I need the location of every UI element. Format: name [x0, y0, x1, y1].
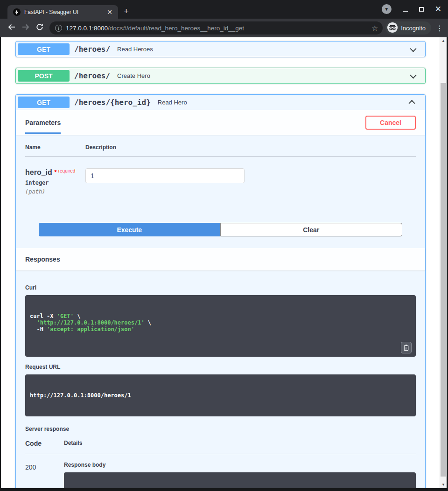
server-response-label: Server response: [25, 426, 416, 432]
op-summary-text: Read Heroes: [117, 46, 153, 53]
tab-parameters[interactable]: Parameters: [25, 119, 61, 126]
curl-code-block: curl -X 'GET' \ 'http://127.0.0.1:8000/h…: [25, 295, 416, 357]
response-body-block: { "name": "Deadpond", "secret_name": "Di…: [64, 472, 416, 488]
scrollbar-thumb[interactable]: [441, 83, 446, 477]
chevron-up-icon[interactable]: [409, 100, 415, 106]
parameter-row: hero_id *required integer (path): [25, 157, 416, 195]
incognito-icon: [387, 22, 398, 34]
opblock-summary[interactable]: GET /heroes/{hero_id} Read Hero: [16, 95, 425, 110]
url-path: /docs#/default/read_hero_heroes__hero_id…: [108, 25, 244, 32]
window-close-button[interactable]: ✕: [435, 5, 441, 13]
site-info-icon[interactable]: i: [55, 25, 62, 32]
required-label: required: [58, 168, 76, 173]
column-header-name: Name: [25, 144, 85, 151]
response-body-label: Response body: [64, 462, 416, 468]
incognito-badge: Incognito: [385, 21, 431, 35]
tab-title: FastAPI - Swagger UI: [24, 9, 101, 15]
request-url-value: http://127.0.0.1:8000/heroes/1: [30, 392, 411, 399]
op-path: /heroes/: [74, 71, 110, 80]
op-path: /heroes/{hero_id}: [74, 98, 151, 107]
hero-id-input[interactable]: [85, 168, 245, 183]
url-text: 127.0.0.1:8000/docs#/default/read_hero_h…: [66, 25, 368, 32]
column-header-details: Details: [64, 440, 82, 447]
address-bar[interactable]: i 127.0.0.1:8000/docs#/default/read_hero…: [49, 21, 383, 35]
tab-close-icon[interactable]: ✕: [105, 9, 114, 15]
scrollbar-down-icon[interactable]: ▼: [440, 483, 447, 487]
op-path: /heroes/: [74, 45, 110, 54]
browser-toolbar: i 127.0.0.1:8000/docs#/default/read_hero…: [0, 19, 448, 37]
copy-to-clipboard-icon[interactable]: [401, 342, 412, 353]
url-host: 127.0.0.1:8000: [66, 25, 108, 32]
incognito-label: Incognito: [401, 25, 426, 32]
curl-command: curl -X 'GET' \ 'http://127.0.0.1:8000/h…: [30, 313, 411, 332]
browser-tabstrip: FastAPI - Swagger UI ✕ + ▼ ✕: [0, 0, 448, 19]
request-url-label: Request URL: [25, 364, 416, 370]
browser-menu-icon[interactable]: ⋮: [436, 24, 443, 33]
op-summary-text: Create Hero: [117, 72, 150, 79]
page-scrollbar[interactable]: ▲ ▼: [440, 37, 447, 488]
fastapi-favicon-icon: [13, 8, 21, 16]
opblock-get-hero-by-id: GET /heroes/{hero_id} Read Hero Paramete…: [15, 94, 426, 488]
maximize-button[interactable]: [419, 7, 424, 12]
responses-inner: Curl curl -X 'GET' \ 'http://127.0.0.1:8…: [16, 284, 425, 488]
parameters-area: Name Description hero_id *required integ…: [16, 135, 425, 236]
page-viewport: GET /heroes/ Read Heroes POST /heroes/ C…: [1, 37, 447, 488]
tab-search-icon[interactable]: ▼: [382, 4, 392, 14]
curl-label: Curl: [25, 284, 416, 291]
method-badge-get: GET: [18, 43, 70, 55]
reload-icon[interactable]: [33, 23, 47, 33]
opblock-post-heroes: POST /heroes/ Create Hero: [15, 68, 426, 84]
new-tab-button[interactable]: +: [124, 7, 129, 15]
method-badge-post: POST: [18, 70, 70, 82]
chevron-down-icon[interactable]: [410, 72, 416, 78]
clear-button[interactable]: Clear: [220, 223, 403, 236]
column-header-description: Description: [85, 144, 116, 151]
opblock-summary[interactable]: GET /heroes/ Read Heroes: [16, 41, 425, 57]
responses-section-header: Responses: [16, 248, 425, 270]
param-name: hero_id: [25, 168, 52, 176]
opblock-summary[interactable]: POST /heroes/ Create Hero: [16, 68, 425, 83]
cancel-button[interactable]: Cancel: [365, 116, 416, 130]
minimize-button[interactable]: [403, 11, 408, 12]
forward-icon[interactable]: [19, 23, 33, 33]
execute-button[interactable]: Execute: [39, 223, 220, 236]
chevron-down-icon[interactable]: [410, 45, 416, 52]
back-icon[interactable]: [5, 23, 19, 33]
parameters-section-header: Parameters Cancel: [16, 110, 425, 135]
response-row: 200 Response body { "name": "Deadpond", …: [25, 462, 416, 488]
request-url-block: http://127.0.0.1:8000/heroes/1: [25, 374, 416, 416]
bookmark-star-icon[interactable]: ☆: [371, 24, 378, 33]
opblock-get-heroes: GET /heroes/ Read Heroes: [15, 41, 426, 57]
param-type: integer: [25, 180, 85, 186]
method-badge-get: GET: [18, 97, 70, 108]
required-asterisk: *: [54, 168, 56, 176]
op-summary-text: Read Hero: [158, 99, 187, 106]
responses-title: Responses: [25, 256, 60, 263]
scrollbar-up-icon[interactable]: ▲: [440, 39, 447, 43]
column-header-code: Code: [25, 440, 64, 447]
browser-tab[interactable]: FastAPI - Swagger UI ✕: [7, 5, 118, 19]
status-code: 200: [25, 462, 64, 488]
param-location: (path): [25, 188, 85, 195]
